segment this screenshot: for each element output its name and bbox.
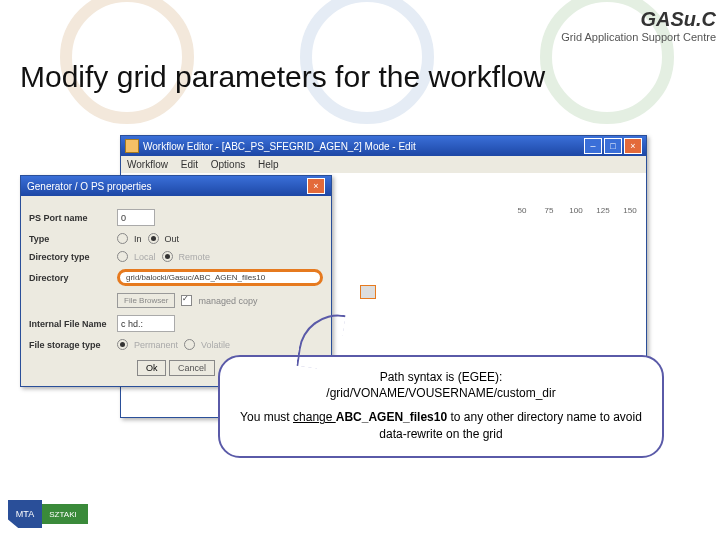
minimize-button[interactable]: –	[584, 138, 602, 154]
slide-title: Modify grid parameters for the workflow	[20, 60, 545, 94]
app-icon	[125, 139, 139, 153]
internal-filename-input[interactable]: c hd.:	[117, 315, 175, 332]
logo-tagline: Grid Application Support Centre	[456, 31, 716, 43]
sztaki-logo: SZTAKI	[38, 504, 88, 524]
close-button[interactable]: ×	[624, 138, 642, 154]
workflow-node-icon[interactable]	[360, 285, 376, 299]
callout-line1: Path syntax is (EGEE):	[236, 369, 646, 385]
cancel-button[interactable]: Cancel	[169, 360, 215, 376]
dirtype-local-radio[interactable]	[117, 251, 128, 262]
menu-help[interactable]: Help	[258, 159, 279, 170]
editor-titlebar[interactable]: Workflow Editor - [ABC_PS_SFEGRID_AGEN_2…	[121, 136, 646, 156]
logo-text: GASu.C	[456, 8, 716, 31]
type-out-radio[interactable]	[148, 233, 159, 244]
directory-label: Directory	[29, 273, 117, 283]
type-label: Type	[29, 234, 117, 244]
menu-options[interactable]: Options	[211, 159, 245, 170]
maximize-button[interactable]: □	[604, 138, 622, 154]
storage-permanent-radio[interactable]	[117, 339, 128, 350]
callout-line2: /grid/VONAME/VOUSERNAME/custom_dir	[236, 385, 646, 401]
type-in-radio[interactable]	[117, 233, 128, 244]
footer-logos: MTA SZTAKI	[8, 500, 88, 528]
managed-copy-label: managed copy	[198, 296, 257, 306]
portname-input[interactable]: 0	[117, 209, 155, 226]
menu-workflow[interactable]: Workflow	[127, 159, 168, 170]
portname-label: PS Port name	[29, 213, 117, 223]
branding-header: GASu.C Grid Application Support Centre	[452, 0, 720, 51]
internal-filename-label: Internal File Name	[29, 319, 117, 329]
storage-type-label: File storage type	[29, 340, 117, 350]
file-browser-button[interactable]: File Browser	[117, 293, 175, 308]
dirtype-remote-radio[interactable]	[162, 251, 173, 262]
callout-line3: You must change ABC_AGEN_files10 to any …	[236, 409, 646, 441]
instruction-callout: Path syntax is (EGEE): /grid/VONAME/VOUS…	[218, 355, 664, 458]
directory-input[interactable]: grid/balocki/Gasuc/ABC_AGEN_files10	[117, 269, 323, 286]
properties-titlebar[interactable]: Generator / O PS properties ×	[21, 176, 331, 196]
editor-title: Workflow Editor - [ABC_PS_SFEGRID_AGEN_2…	[143, 141, 416, 152]
storage-volatile-radio[interactable]	[184, 339, 195, 350]
dirtype-label: Directory type	[29, 252, 117, 262]
editor-menubar: Workflow Edit Options Help	[121, 156, 646, 173]
menu-edit[interactable]: Edit	[181, 159, 198, 170]
managed-copy-checkbox[interactable]	[181, 295, 192, 306]
properties-close-button[interactable]: ×	[307, 178, 325, 194]
ok-button[interactable]: Ok	[137, 360, 167, 376]
mta-logo: MTA	[8, 500, 42, 528]
properties-title: Generator / O PS properties	[27, 181, 152, 192]
